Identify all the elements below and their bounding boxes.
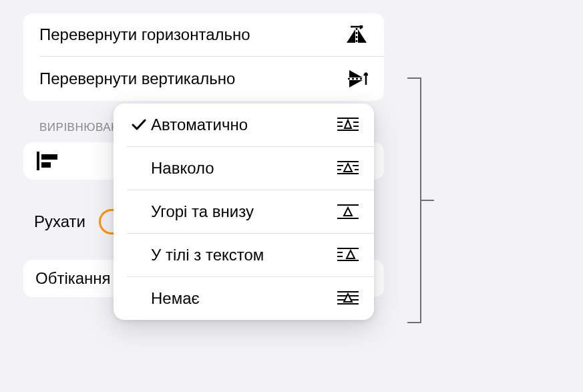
wrap-option-none[interactable]: Немає	[114, 277, 374, 320]
svg-rect-0	[37, 152, 39, 170]
wrap-option-label: Автоматично	[151, 116, 337, 134]
wrap-option-above-below[interactable]: Угорі та внизу	[114, 190, 374, 233]
format-panel: Перевернути горизонтально Перевернути ве…	[23, 13, 384, 297]
move-with-text-label: Рухати	[34, 212, 85, 231]
wrap-option-label: У тілі з текстом	[151, 246, 337, 264]
svg-rect-1	[41, 154, 57, 160]
flip-vertical-label: Перевернути вертикально	[39, 69, 235, 88]
checkmark-icon	[127, 119, 151, 131]
callout-bracket	[407, 77, 434, 324]
wrap-option-around[interactable]: Навколо	[114, 147, 374, 190]
svg-rect-2	[41, 162, 51, 168]
wrap-auto-icon	[337, 117, 359, 133]
align-left-icon[interactable]	[37, 152, 58, 170]
flip-vertical-icon	[345, 69, 368, 89]
wrap-option-auto[interactable]: Автоматично	[114, 104, 374, 146]
wrap-option-label: Навколо	[151, 159, 337, 178]
flip-card: Перевернути горизонтально Перевернути ве…	[23, 13, 384, 101]
text-wrap-popup: Автоматично Навколо	[114, 104, 374, 320]
wrap-option-inline[interactable]: У тілі з текстом	[114, 234, 374, 276]
wrap-option-label: Немає	[151, 289, 337, 308]
flip-horizontal-icon	[345, 25, 368, 44]
flip-vertical-row[interactable]: Перевернути вертикально	[23, 57, 384, 101]
wrap-option-label: Угорі та внизу	[151, 202, 337, 221]
wrap-none-icon	[337, 290, 359, 307]
wrap-above-below-icon	[337, 204, 359, 220]
wrap-inline-icon	[337, 247, 359, 263]
flip-horizontal-row[interactable]: Перевернути горизонтально	[23, 13, 384, 56]
wrap-around-icon	[337, 160, 359, 176]
flip-horizontal-label: Перевернути горизонтально	[39, 25, 250, 44]
